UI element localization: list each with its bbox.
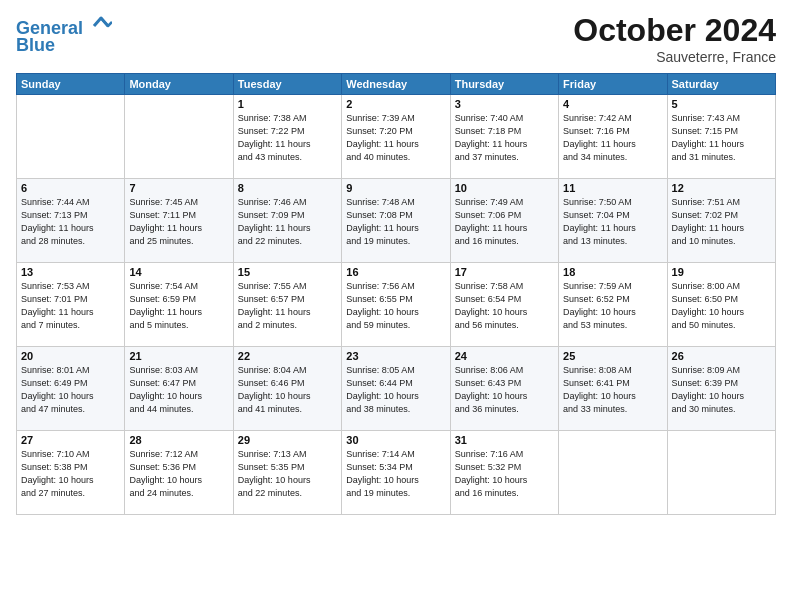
calendar-cell: 30Sunrise: 7:14 AM Sunset: 5:34 PM Dayli… bbox=[342, 431, 450, 515]
logo-text: General Blue bbox=[16, 12, 112, 56]
day-number: 9 bbox=[346, 182, 445, 194]
calendar-header-row: SundayMondayTuesdayWednesdayThursdayFrid… bbox=[17, 74, 776, 95]
day-header-sunday: Sunday bbox=[17, 74, 125, 95]
day-number: 3 bbox=[455, 98, 554, 110]
day-content: Sunrise: 7:38 AM Sunset: 7:22 PM Dayligh… bbox=[238, 112, 337, 164]
day-content: Sunrise: 7:59 AM Sunset: 6:52 PM Dayligh… bbox=[563, 280, 662, 332]
day-number: 7 bbox=[129, 182, 228, 194]
day-content: Sunrise: 8:05 AM Sunset: 6:44 PM Dayligh… bbox=[346, 364, 445, 416]
day-number: 2 bbox=[346, 98, 445, 110]
calendar-cell: 15Sunrise: 7:55 AM Sunset: 6:57 PM Dayli… bbox=[233, 263, 341, 347]
week-row-1: 6Sunrise: 7:44 AM Sunset: 7:13 PM Daylig… bbox=[17, 179, 776, 263]
day-header-tuesday: Tuesday bbox=[233, 74, 341, 95]
calendar-table: SundayMondayTuesdayWednesdayThursdayFrid… bbox=[16, 73, 776, 515]
calendar-cell: 19Sunrise: 8:00 AM Sunset: 6:50 PM Dayli… bbox=[667, 263, 775, 347]
day-number: 11 bbox=[563, 182, 662, 194]
day-number: 17 bbox=[455, 266, 554, 278]
day-number: 28 bbox=[129, 434, 228, 446]
calendar-cell: 12Sunrise: 7:51 AM Sunset: 7:02 PM Dayli… bbox=[667, 179, 775, 263]
day-header-friday: Friday bbox=[559, 74, 667, 95]
day-number: 6 bbox=[21, 182, 120, 194]
day-content: Sunrise: 7:42 AM Sunset: 7:16 PM Dayligh… bbox=[563, 112, 662, 164]
day-content: Sunrise: 7:13 AM Sunset: 5:35 PM Dayligh… bbox=[238, 448, 337, 500]
page: General Blue October 2024 Sauveterre, Fr… bbox=[0, 0, 792, 612]
location: Sauveterre, France bbox=[573, 49, 776, 65]
calendar-cell: 7Sunrise: 7:45 AM Sunset: 7:11 PM Daylig… bbox=[125, 179, 233, 263]
day-content: Sunrise: 7:53 AM Sunset: 7:01 PM Dayligh… bbox=[21, 280, 120, 332]
calendar-cell: 16Sunrise: 7:56 AM Sunset: 6:55 PM Dayli… bbox=[342, 263, 450, 347]
day-number: 5 bbox=[672, 98, 771, 110]
day-number: 10 bbox=[455, 182, 554, 194]
calendar-cell: 21Sunrise: 8:03 AM Sunset: 6:47 PM Dayli… bbox=[125, 347, 233, 431]
day-content: Sunrise: 8:00 AM Sunset: 6:50 PM Dayligh… bbox=[672, 280, 771, 332]
day-content: Sunrise: 7:40 AM Sunset: 7:18 PM Dayligh… bbox=[455, 112, 554, 164]
calendar-cell: 23Sunrise: 8:05 AM Sunset: 6:44 PM Dayli… bbox=[342, 347, 450, 431]
calendar-cell: 4Sunrise: 7:42 AM Sunset: 7:16 PM Daylig… bbox=[559, 95, 667, 179]
calendar-cell: 9Sunrise: 7:48 AM Sunset: 7:08 PM Daylig… bbox=[342, 179, 450, 263]
calendar-cell bbox=[17, 95, 125, 179]
day-content: Sunrise: 7:48 AM Sunset: 7:08 PM Dayligh… bbox=[346, 196, 445, 248]
day-number: 31 bbox=[455, 434, 554, 446]
day-number: 19 bbox=[672, 266, 771, 278]
day-content: Sunrise: 8:08 AM Sunset: 6:41 PM Dayligh… bbox=[563, 364, 662, 416]
calendar-cell: 8Sunrise: 7:46 AM Sunset: 7:09 PM Daylig… bbox=[233, 179, 341, 263]
calendar-body: 1Sunrise: 7:38 AM Sunset: 7:22 PM Daylig… bbox=[17, 95, 776, 515]
calendar-cell: 5Sunrise: 7:43 AM Sunset: 7:15 PM Daylig… bbox=[667, 95, 775, 179]
calendar-cell: 18Sunrise: 7:59 AM Sunset: 6:52 PM Dayli… bbox=[559, 263, 667, 347]
day-content: Sunrise: 7:10 AM Sunset: 5:38 PM Dayligh… bbox=[21, 448, 120, 500]
logo: General Blue bbox=[16, 12, 112, 56]
calendar-cell: 14Sunrise: 7:54 AM Sunset: 6:59 PM Dayli… bbox=[125, 263, 233, 347]
day-number: 22 bbox=[238, 350, 337, 362]
logo-bird-icon bbox=[90, 12, 112, 34]
calendar-cell: 2Sunrise: 7:39 AM Sunset: 7:20 PM Daylig… bbox=[342, 95, 450, 179]
day-number: 23 bbox=[346, 350, 445, 362]
calendar-cell: 17Sunrise: 7:58 AM Sunset: 6:54 PM Dayli… bbox=[450, 263, 558, 347]
day-header-wednesday: Wednesday bbox=[342, 74, 450, 95]
calendar-cell: 3Sunrise: 7:40 AM Sunset: 7:18 PM Daylig… bbox=[450, 95, 558, 179]
day-header-saturday: Saturday bbox=[667, 74, 775, 95]
day-number: 18 bbox=[563, 266, 662, 278]
day-number: 29 bbox=[238, 434, 337, 446]
month-title: October 2024 bbox=[573, 12, 776, 49]
day-content: Sunrise: 7:16 AM Sunset: 5:32 PM Dayligh… bbox=[455, 448, 554, 500]
day-number: 8 bbox=[238, 182, 337, 194]
day-content: Sunrise: 7:51 AM Sunset: 7:02 PM Dayligh… bbox=[672, 196, 771, 248]
day-number: 1 bbox=[238, 98, 337, 110]
day-content: Sunrise: 7:56 AM Sunset: 6:55 PM Dayligh… bbox=[346, 280, 445, 332]
calendar-cell: 24Sunrise: 8:06 AM Sunset: 6:43 PM Dayli… bbox=[450, 347, 558, 431]
calendar-cell: 13Sunrise: 7:53 AM Sunset: 7:01 PM Dayli… bbox=[17, 263, 125, 347]
day-content: Sunrise: 7:50 AM Sunset: 7:04 PM Dayligh… bbox=[563, 196, 662, 248]
day-number: 21 bbox=[129, 350, 228, 362]
calendar-cell: 31Sunrise: 7:16 AM Sunset: 5:32 PM Dayli… bbox=[450, 431, 558, 515]
calendar-cell: 6Sunrise: 7:44 AM Sunset: 7:13 PM Daylig… bbox=[17, 179, 125, 263]
day-content: Sunrise: 7:46 AM Sunset: 7:09 PM Dayligh… bbox=[238, 196, 337, 248]
day-number: 15 bbox=[238, 266, 337, 278]
day-number: 16 bbox=[346, 266, 445, 278]
day-number: 25 bbox=[563, 350, 662, 362]
title-area: October 2024 Sauveterre, France bbox=[573, 12, 776, 65]
calendar-cell: 11Sunrise: 7:50 AM Sunset: 7:04 PM Dayli… bbox=[559, 179, 667, 263]
day-content: Sunrise: 7:12 AM Sunset: 5:36 PM Dayligh… bbox=[129, 448, 228, 500]
calendar-cell: 28Sunrise: 7:12 AM Sunset: 5:36 PM Dayli… bbox=[125, 431, 233, 515]
day-number: 27 bbox=[21, 434, 120, 446]
week-row-0: 1Sunrise: 7:38 AM Sunset: 7:22 PM Daylig… bbox=[17, 95, 776, 179]
day-content: Sunrise: 7:58 AM Sunset: 6:54 PM Dayligh… bbox=[455, 280, 554, 332]
header: General Blue October 2024 Sauveterre, Fr… bbox=[16, 12, 776, 65]
calendar-cell: 22Sunrise: 8:04 AM Sunset: 6:46 PM Dayli… bbox=[233, 347, 341, 431]
day-number: 12 bbox=[672, 182, 771, 194]
day-content: Sunrise: 7:45 AM Sunset: 7:11 PM Dayligh… bbox=[129, 196, 228, 248]
day-content: Sunrise: 7:54 AM Sunset: 6:59 PM Dayligh… bbox=[129, 280, 228, 332]
day-number: 13 bbox=[21, 266, 120, 278]
calendar-cell bbox=[125, 95, 233, 179]
calendar-cell: 10Sunrise: 7:49 AM Sunset: 7:06 PM Dayli… bbox=[450, 179, 558, 263]
day-header-monday: Monday bbox=[125, 74, 233, 95]
calendar-cell: 20Sunrise: 8:01 AM Sunset: 6:49 PM Dayli… bbox=[17, 347, 125, 431]
week-row-4: 27Sunrise: 7:10 AM Sunset: 5:38 PM Dayli… bbox=[17, 431, 776, 515]
week-row-2: 13Sunrise: 7:53 AM Sunset: 7:01 PM Dayli… bbox=[17, 263, 776, 347]
day-header-thursday: Thursday bbox=[450, 74, 558, 95]
day-content: Sunrise: 7:39 AM Sunset: 7:20 PM Dayligh… bbox=[346, 112, 445, 164]
day-content: Sunrise: 8:09 AM Sunset: 6:39 PM Dayligh… bbox=[672, 364, 771, 416]
day-content: Sunrise: 7:43 AM Sunset: 7:15 PM Dayligh… bbox=[672, 112, 771, 164]
day-content: Sunrise: 7:49 AM Sunset: 7:06 PM Dayligh… bbox=[455, 196, 554, 248]
day-number: 26 bbox=[672, 350, 771, 362]
